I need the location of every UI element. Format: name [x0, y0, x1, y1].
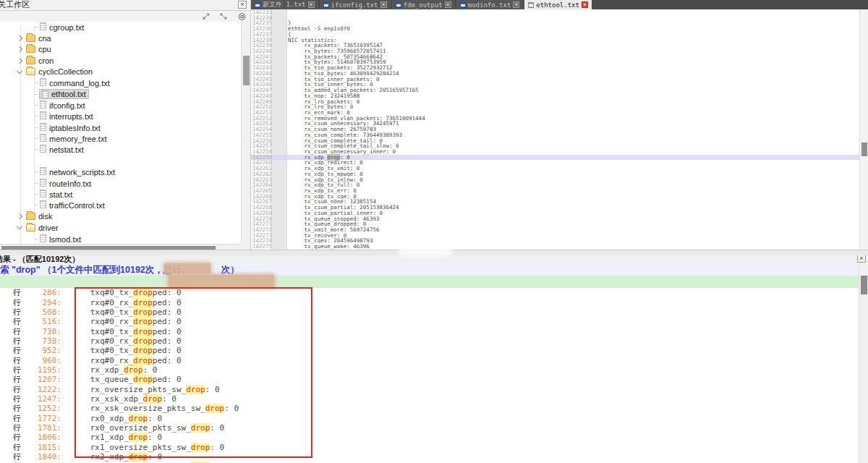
gutter-margin [272, 166, 287, 171]
row-line-number: 516: [21, 317, 61, 326]
save-icon [396, 2, 401, 8]
tree-connector [34, 239, 38, 239]
tree-connector [34, 149, 38, 150]
workspace-close-icon[interactable]: × [238, 1, 247, 9]
chevron-right-icon[interactable] [17, 213, 22, 219]
tab-label: ifconfig.txt [331, 1, 378, 9]
editor-tab--1-txt[interactable]: 新文件 1.txt× [251, 0, 318, 9]
results-vertical-scrollbar[interactable] [859, 264, 868, 463]
tree-file-interrupts-txt[interactable]: interrupts.txt [0, 111, 241, 122]
folder-icon [26, 57, 35, 64]
editor-line[interactable]: 142237{ [251, 32, 859, 38]
editor-line[interactable]: 142234 [251, 15, 859, 21]
collapse-all-icon[interactable]: ⤡ [220, 12, 226, 21]
line-number: 142275 [251, 244, 272, 250]
tree-file-network_scripts-txt[interactable]: network_scripts.txt [0, 166, 241, 177]
folder-icon [26, 68, 35, 75]
tree-folder-cpu[interactable]: cpu [0, 44, 241, 55]
row-line-number: 1207: [21, 375, 61, 384]
tree-item-label: network_scripts.txt [49, 168, 115, 177]
tree-item-label: command_log.txt [49, 79, 110, 88]
editor-tab-ethtool-txt[interactable]: ethtool.txt× [524, 0, 592, 9]
gutter-margin [272, 143, 287, 149]
results-file-path[interactable]: E:\日志\armod0523.odata.ncmp.unicom.locaar… [0, 276, 859, 288]
editor-vertical-scrollbar[interactable] [859, 9, 868, 250]
tree-spacer [0, 156, 241, 166]
tree-item-label: interrupts.txt [49, 112, 93, 121]
scrollbar-thumb[interactable] [861, 143, 867, 156]
editor-text-area[interactable]: 142233142234142235}142236ethtool -S enp1… [251, 9, 859, 250]
tree-file-memory_free-txt[interactable]: memory_free.txt [0, 133, 241, 144]
tree-file-stat-txt[interactable]: stat.txt [0, 189, 241, 200]
tree-folder-cron[interactable]: cron [0, 55, 241, 66]
gutter-margin [272, 211, 287, 216]
gutter-margin [272, 104, 287, 110]
file-icon [40, 123, 46, 131]
close-tab-icon[interactable]: × [513, 1, 519, 8]
gutter-margin [272, 82, 287, 88]
expand-all-icon[interactable]: ⤢ [203, 12, 209, 21]
gutter-margin [272, 93, 287, 99]
gutter-margin [272, 238, 287, 244]
save-icon [528, 2, 534, 8]
selected-item-box: ethtool.txt [40, 90, 88, 98]
gutter-margin [272, 216, 287, 222]
tree-file-cgroup-txt[interactable]: cgroup.txt [0, 22, 241, 33]
chevron-right-icon[interactable] [17, 35, 22, 41]
chevron-down-icon[interactable] [17, 224, 22, 229]
close-tab-icon[interactable]: × [582, 1, 588, 8]
tree-connector [34, 94, 38, 95]
tree-folder-cna[interactable]: cna [0, 33, 241, 43]
scrollbar-thumb[interactable] [243, 56, 250, 85]
editor-tab-modinfo-txt[interactable]: modinfo.txt× [456, 0, 524, 9]
tree-item-label: stat.txt [49, 190, 72, 199]
tree-item-label: netstat.txt [49, 145, 84, 154]
tree-connector [34, 138, 38, 139]
chevron-right-icon[interactable] [17, 58, 22, 64]
tree-file-command_log-txt[interactable]: command_log.txt [0, 77, 241, 88]
scrollbar-thumb[interactable] [861, 276, 867, 294]
close-tab-icon[interactable]: × [445, 1, 451, 8]
gutter-margin [272, 221, 287, 227]
sync-file-icon[interactable]: ◎ [238, 12, 245, 21]
tree-file-routeInfo-txt[interactable]: routeInfo.txt [0, 177, 241, 188]
file-icon [40, 234, 46, 242]
tree-file-ifconfig-txt[interactable]: ifconfig.txt [0, 100, 241, 111]
row-line-number: 1781: [21, 423, 61, 433]
gutter-margin [272, 65, 287, 71]
gutter-margin [272, 188, 287, 194]
tree-folder-cyclicCollection[interactable]: cyclicCollection [0, 67, 241, 77]
tree-file-iptablesInfo-txt[interactable]: iptablesInfo.txt [0, 122, 241, 133]
editor-line[interactable]: 142236ethtool -S enp1s0f0 [251, 26, 859, 32]
tree-file-ethtool-txt[interactable]: ethtool.txt [0, 88, 241, 99]
file-icon [40, 179, 46, 187]
tree-folder-disk[interactable]: disk [0, 211, 241, 222]
results-summary-line: 索 "drop" （1个文件中匹配到10192次，总计次） [0, 264, 868, 276]
close-tab-icon[interactable]: × [380, 1, 387, 8]
close-tab-icon[interactable]: × [308, 1, 315, 8]
gutter-margin [272, 54, 287, 60]
editor-tab-fdm_output[interactable]: fdm_output× [392, 0, 455, 9]
editor-line[interactable]: 142275 tx_queue_wake: 46396 [251, 244, 859, 250]
chevron-down-icon[interactable] [17, 68, 22, 74]
tree-folder-driver[interactable]: driver [0, 222, 241, 233]
tree-connector [34, 171, 38, 172]
tree-item-label: ethtool.txt [51, 90, 86, 98]
editor-line[interactable]: 142233 [251, 9, 859, 15]
tree-file-netstat-txt[interactable]: netstat.txt [0, 144, 241, 155]
tree-vertical-scrollbar[interactable] [241, 22, 250, 244]
row-line-number: 294: [21, 298, 61, 307]
tree-file-lsmod-txt[interactable]: lsmod.txt [0, 233, 241, 244]
editor-line-text [287, 9, 288, 15]
tree-item-label: ifconfig.txt [49, 101, 85, 110]
file-icon [40, 111, 46, 119]
annotation-red-box [75, 287, 312, 458]
application-window: 关工作区 × ⤢ ⤡ ◎ cgroup.txtcnacpucroncyclicC… [0, 0, 868, 463]
tab-label: fdm_output [404, 1, 443, 9]
tab-label: ethtool.txt [536, 1, 579, 9]
row-line-number: 1222: [21, 385, 61, 394]
editor-tab-ifconfig-txt[interactable]: ifconfig.txt× [320, 0, 391, 9]
results-close-icon[interactable]: × [857, 255, 866, 263]
chevron-right-icon[interactable] [17, 46, 22, 52]
tree-file-trafficControl-txt[interactable]: trafficControl.txt [0, 200, 241, 211]
